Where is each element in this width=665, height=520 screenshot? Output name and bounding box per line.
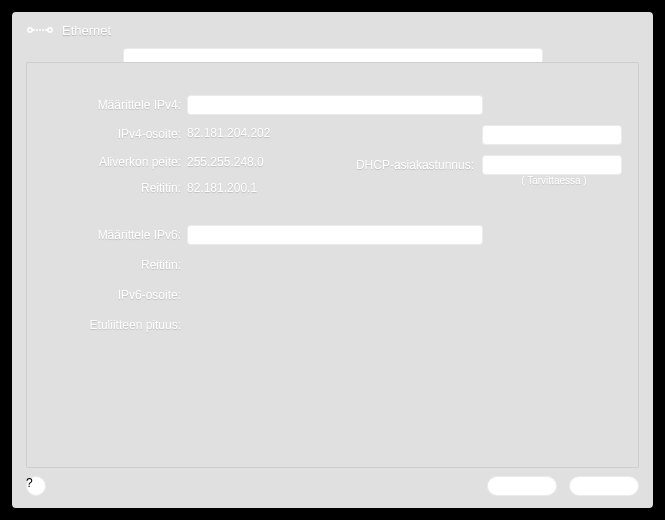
label-dhcp-client-id: DHCP-asiakastunnus: [356, 158, 474, 172]
label-ipv6-address: IPv6-osoite: [27, 288, 187, 302]
label-configure-ipv6: Määrittele IPv6: [27, 228, 187, 242]
value-router-v4: 82.181.200.1 [187, 181, 257, 195]
settings-panel: Määrittele IPv4: IPv4-osoite: 82.181.204… [26, 62, 639, 468]
svg-rect-1 [48, 28, 52, 32]
svg-point-3 [39, 29, 41, 31]
label-ipv4-address: IPv4-osoite: [27, 125, 187, 141]
value-ipv4-address: 82.181.204.202 [187, 126, 270, 140]
ethernet-icon [26, 20, 54, 40]
label-subnet-mask: Aliverkon peite: [27, 155, 187, 169]
value-subnet-mask: 255.255.248.0 [187, 155, 264, 169]
label-router-v4: Reititin: [27, 181, 187, 195]
network-settings-window: Ethernet Määrittele IPv4: IPv4-osoite: 8… [12, 12, 653, 508]
footer: ? [12, 468, 653, 508]
renew-dhcp-lease-button[interactable] [482, 125, 622, 145]
header: Ethernet [12, 12, 653, 46]
svg-point-4 [42, 29, 44, 31]
svg-rect-0 [28, 28, 32, 32]
dhcp-client-id-input[interactable] [482, 155, 622, 175]
cancel-button[interactable] [487, 476, 557, 496]
header-title: Ethernet [62, 23, 111, 38]
help-button[interactable]: ? [26, 476, 46, 496]
label-prefix-length: Etuliitteen pituus: [27, 318, 187, 332]
svg-point-2 [36, 29, 38, 31]
label-router-v6: Reititin: [27, 258, 187, 272]
configure-ipv6-dropdown[interactable] [187, 225, 483, 245]
label-configure-ipv4: Määrittele IPv4: [27, 98, 187, 112]
dhcp-hint: ( Tarvittaessa ) [484, 175, 624, 186]
configure-ipv4-dropdown[interactable] [187, 95, 483, 115]
ok-button[interactable] [569, 476, 639, 496]
